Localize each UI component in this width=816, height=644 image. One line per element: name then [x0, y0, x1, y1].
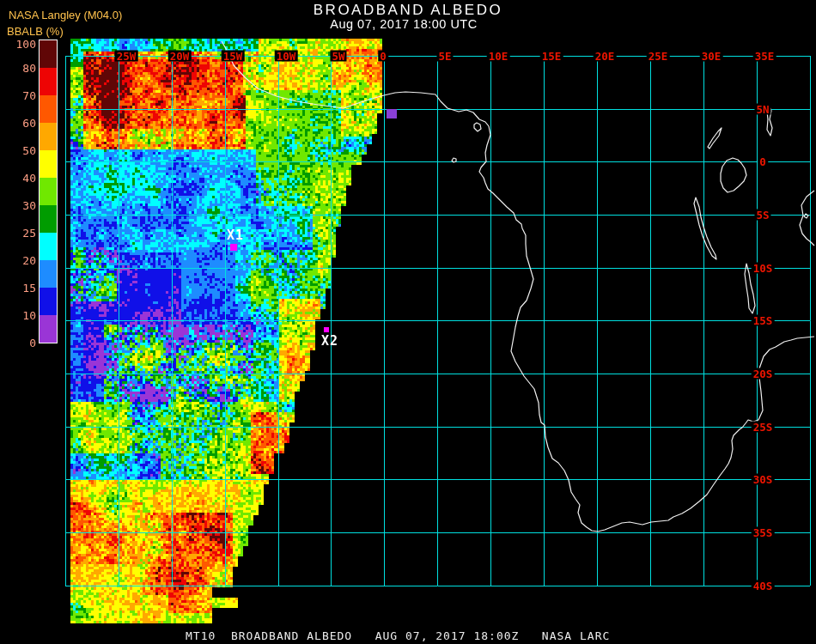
lon-label-30E: 30E — [700, 51, 723, 62]
lon-label-10W: 10W — [275, 51, 298, 62]
colorbar-tick-30: 30 — [7, 199, 36, 212]
lat-label-35S: 35S — [752, 527, 775, 538]
lon-label-25W: 25W — [115, 51, 138, 62]
lon-label-5W: 5W — [330, 51, 346, 62]
lon-label-20W: 20W — [168, 51, 192, 62]
colorbar-segment — [40, 260, 57, 288]
colorbar-tick-50: 50 — [7, 144, 36, 157]
colorbar-tick-10: 10 — [7, 309, 36, 322]
colorbar-tick-40: 40 — [7, 172, 36, 185]
lon-label-10E: 10E — [487, 51, 510, 62]
colorbar-segment — [40, 123, 57, 150]
lon-label-5E: 5E — [436, 51, 453, 62]
colorbar-tick-20: 20 — [7, 254, 36, 267]
timestamp-subtitle: Aug 07, 2017 18:00 UTC — [0, 17, 807, 31]
lon-label-35E: 35E — [753, 51, 776, 62]
lat-label-40S: 40S — [752, 580, 775, 592]
page-title: BROADBAND ALBEDO — [0, 2, 816, 19]
marker-square-X2 — [324, 327, 329, 332]
lat-label-20S: 20S — [752, 368, 775, 380]
colorbar — [39, 39, 58, 343]
albedo-product-window: NASA Langley (M04.0) BROADBAND ALBEDO Au… — [0, 0, 816, 644]
lon-label-15E: 15E — [540, 51, 563, 62]
colorbar-segment — [40, 40, 57, 68]
lon-label-25E: 25E — [647, 51, 670, 62]
colorbar-tick-70: 70 — [7, 89, 36, 102]
lat-label-25S: 25S — [752, 422, 775, 433]
marker-label-X1: X1 — [227, 229, 244, 242]
colorbar-segment — [40, 68, 57, 95]
lat-label-10S: 10S — [752, 263, 775, 274]
colorbar-tick-25: 25 — [7, 227, 36, 240]
colorbar-tick-15: 15 — [7, 282, 36, 295]
colorbar-segment — [40, 150, 57, 178]
lat-label-0: 0 — [758, 156, 768, 167]
colorbar-segment — [40, 95, 57, 123]
colorbar-segment — [40, 178, 57, 205]
colorbar-segment — [40, 233, 57, 260]
marker-label-X2: X2 — [321, 335, 338, 348]
lon-label-0: 0 — [378, 51, 388, 62]
albedo-map-canvas — [0, 0, 816, 644]
lat-label-15S: 15S — [752, 315, 775, 326]
lat-label-5S: 5S — [754, 210, 770, 221]
colorbar-units-label: BBALB (%) — [7, 25, 64, 38]
colorbar-segment — [40, 205, 57, 233]
lat-label-5N: 5N — [754, 104, 770, 115]
lon-label-20E: 20E — [594, 51, 617, 62]
low-albedo-patch — [387, 109, 397, 118]
footer-caption: MT10 BROADBAND ALBEDO AUG 07, 2017 18:00… — [186, 629, 610, 642]
marker-square-X1 — [230, 244, 237, 251]
colorbar-tick-0: 0 — [7, 337, 36, 349]
colorbar-segment — [40, 288, 57, 315]
lat-label-30S: 30S — [752, 474, 775, 485]
colorbar-tick-80: 80 — [7, 62, 36, 75]
colorbar-segment — [40, 315, 57, 343]
colorbar-tick-100: 100 — [7, 38, 36, 51]
colorbar-tick-60: 60 — [7, 117, 36, 130]
lon-label-15W: 15W — [222, 51, 245, 62]
